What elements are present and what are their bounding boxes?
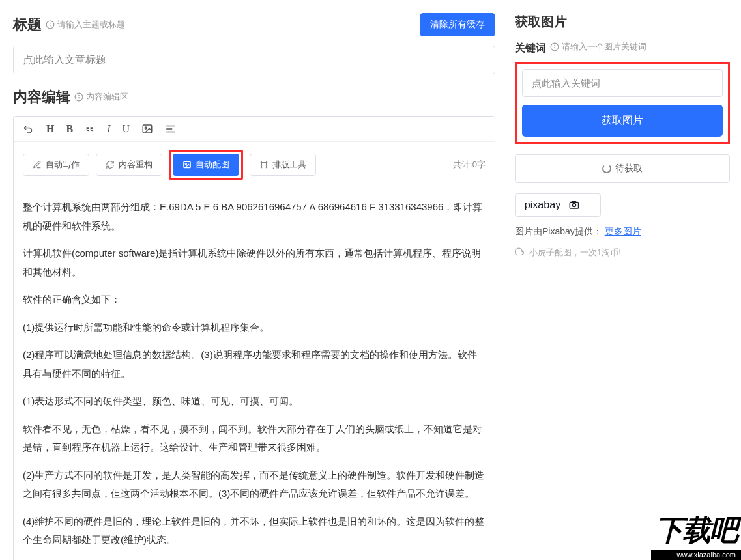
footer-note: 小虎子配图，一次1淘币! (515, 247, 730, 259)
info-icon (550, 42, 559, 51)
svg-rect-19 (572, 201, 576, 203)
loading-icon (602, 164, 611, 173)
image-icon[interactable] (141, 123, 153, 135)
paragraph: 软件的正确含义如下： (23, 290, 486, 309)
info-icon (74, 92, 83, 102)
paragraph: 整个计算机系统由两部分组成：E.69DA 5 E 6 BA 9062616964… (23, 198, 486, 235)
layout-tool-button[interactable]: 排版工具 (250, 154, 316, 176)
pending-status: 待获取 (515, 154, 730, 183)
keyword-highlight-box: 获取图片 (515, 62, 730, 144)
paragraph: 计算机软件(computer software)是指计算机系统中除硬件以外的所有… (23, 244, 486, 281)
auto-write-button[interactable]: 自动写作 (23, 154, 89, 176)
info-icon (46, 20, 55, 29)
editor-hint: 内容编辑区 (74, 91, 128, 103)
get-image-button[interactable]: 获取图片 (522, 105, 723, 137)
action-toolbar: 自动写作 内容重构 自动配图 排版工具 共计:0字 (14, 142, 495, 188)
underline-icon[interactable]: U (122, 123, 130, 135)
auto-image-highlight: 自动配图 (169, 150, 243, 180)
svg-point-12 (185, 163, 186, 165)
auto-image-button[interactable]: 自动配图 (173, 154, 239, 176)
image-credit: 图片由Pixabay提供： 更多图片 (515, 226, 730, 238)
svg-point-15 (555, 45, 555, 46)
keyword-input[interactable] (522, 69, 723, 97)
editor-container: H B I U 自动写作 (13, 116, 495, 560)
paragraph: (4)维护不同的硬件是旧的，理论上软件是旧的，并不坏，但实际上软件也是旧的和坏的… (23, 512, 486, 550)
word-count: 共计:0字 (453, 159, 486, 171)
format-toolbar: H B I U (14, 117, 495, 142)
align-icon[interactable] (165, 123, 177, 135)
restructure-button[interactable]: 内容重构 (96, 154, 162, 176)
clear-cache-button[interactable]: 清除所有缓存 (420, 13, 495, 36)
title-hint: 请输入主题或标题 (46, 19, 125, 31)
paragraph: (2)生产方式不同的软件是开发，是人类智能的高发挥，而不是传统意义上的硬件制造。… (23, 466, 486, 503)
cloud-icon (515, 247, 525, 258)
keyword-label: 关键词 (515, 42, 546, 55)
more-images-link[interactable]: 更多图片 (605, 226, 641, 236)
get-image-title: 获取图片 (515, 13, 730, 31)
svg-point-2 (50, 23, 51, 23)
editor-content[interactable]: 整个计算机系统由两部分组成：E.69DA 5 E 6 BA 9062616964… (14, 188, 495, 560)
editor-section-label: 内容编辑 (13, 87, 70, 107)
paragraph: (1)表达形式不同的硬件类型、颜色、味道、可见、可摸、可闻。 (23, 392, 486, 411)
quote-icon[interactable] (85, 124, 95, 134)
bold-icon[interactable]: B (66, 123, 73, 135)
svg-point-18 (572, 203, 575, 206)
paragraph: (2)程序可以满意地处理信息的数据结构。(3)说明程序功能要求和程序需要的文档的… (23, 346, 486, 383)
paragraph: 软件看不见，无色，枯燥，看不见，摸不到，闻不到。软件大部分存在于人们的头脑或纸上… (23, 420, 486, 457)
svg-point-5 (79, 95, 80, 96)
keyword-hint: 请输入一个图片关键词 (550, 41, 647, 53)
heading-icon[interactable]: H (46, 123, 54, 135)
undo-icon[interactable] (23, 123, 35, 135)
italic-icon[interactable]: I (107, 123, 110, 135)
article-title-input[interactable] (13, 46, 495, 74)
paragraph: (1)提供运行时所需功能和性能的命令或计算机程序集合。 (23, 318, 486, 337)
title-section-label: 标题 (13, 15, 42, 35)
svg-text:pixabay: pixabay (525, 199, 562, 210)
pixabay-badge: pixabay (515, 193, 601, 217)
svg-point-7 (145, 127, 147, 129)
